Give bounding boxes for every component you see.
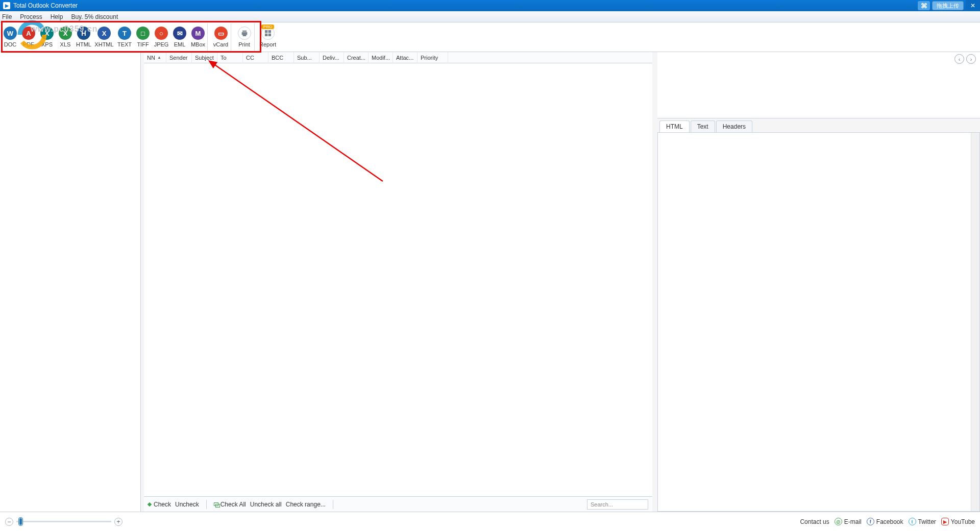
column-nn[interactable]: NN▲ xyxy=(144,52,166,63)
mbox-icon: M xyxy=(191,27,205,40)
column-sender[interactable]: Sender xyxy=(166,52,192,63)
vcard-icon: ▭ xyxy=(214,27,228,40)
toolbar-jpeg-button[interactable]: ○JPEG xyxy=(152,23,170,51)
toolbar-label: vCard xyxy=(213,41,228,47)
toolbar-print-button[interactable]: Print xyxy=(231,23,254,51)
toolbar-label: TEXT xyxy=(117,41,132,47)
zoom-slider[interactable] xyxy=(16,521,111,522)
column-modif[interactable]: Modif... xyxy=(369,52,393,63)
pdf-icon: A xyxy=(22,27,35,40)
toolbar-label: XPS xyxy=(41,41,53,47)
splitter-right[interactable] xyxy=(652,52,657,512)
preview-pane: ‹ › HTML Text Headers xyxy=(657,52,980,512)
xps-icon: X xyxy=(40,27,54,40)
column-attac[interactable]: Attac... xyxy=(393,52,418,63)
column-creat[interactable]: Creat... xyxy=(344,52,369,63)
preview-content[interactable] xyxy=(657,133,980,512)
zoom-control: − + xyxy=(5,518,122,526)
toolbar: WDOCAPDFXXPSXXLSHHTMLXXHTMLTTEXT□TIFF○JP… xyxy=(0,22,980,52)
facebook-link[interactable]: fFacebook xyxy=(867,518,903,525)
xls-icon: X xyxy=(59,27,72,40)
close-icon[interactable]: ✕ xyxy=(966,0,980,11)
check-all-button[interactable]: Check All xyxy=(214,501,246,508)
column-subject[interactable]: Subject xyxy=(192,52,217,63)
toolbar-html-button[interactable]: HHTML xyxy=(75,23,93,51)
toolbar-xhtml-button[interactable]: XXHTML xyxy=(93,23,115,51)
toolbar-xps-button[interactable]: XXPS xyxy=(38,23,56,51)
toolbar-label: MBox xyxy=(191,41,205,47)
check-range-button[interactable]: Check range... xyxy=(286,501,326,508)
toolbar-vcard-button[interactable]: ▭vCard xyxy=(207,23,231,51)
preview-header: ‹ › xyxy=(657,52,980,118)
toolbar-label: JPEG xyxy=(154,41,169,47)
toolbar-doc-button[interactable]: WDOC xyxy=(1,23,19,51)
zoom-out-button[interactable]: − xyxy=(5,518,13,526)
print-icon xyxy=(238,27,251,40)
toolbar-tiff-button[interactable]: □TIFF xyxy=(134,23,152,51)
contact-label: Contact us xyxy=(800,518,829,525)
tab-headers[interactable]: Headers xyxy=(716,120,752,132)
pro-badge: PRO xyxy=(261,25,274,29)
next-button[interactable]: › xyxy=(966,54,976,64)
toolbar-eml-button[interactable]: ✉EML xyxy=(170,23,189,51)
window-title: Total Outlook Converter xyxy=(13,2,78,9)
list-footer: Check Uncheck Check All Uncheck all Chec… xyxy=(144,496,652,512)
svg-rect-4 xyxy=(265,34,267,36)
toolbar-pdf-button[interactable]: APDF xyxy=(19,23,38,51)
email-link[interactable]: @E-mail xyxy=(835,518,862,525)
check-button[interactable]: Check xyxy=(148,501,171,508)
main-area: NN▲SenderSubjectToCCBCCSub...Deliv...Cre… xyxy=(0,52,980,512)
tab-text[interactable]: Text xyxy=(691,120,715,132)
message-list-pane: NN▲SenderSubjectToCCBCCSub...Deliv...Cre… xyxy=(144,52,652,512)
uncheck-all-button[interactable]: Uncheck all xyxy=(250,501,282,508)
toolbar-label: Report xyxy=(259,41,276,47)
column-bcc[interactable]: BCC xyxy=(268,52,294,63)
sort-asc-icon: ▲ xyxy=(157,55,161,60)
column-cc[interactable]: CC xyxy=(243,52,268,63)
xhtml-icon: X xyxy=(97,27,111,40)
divider xyxy=(333,500,333,509)
column-sub[interactable]: Sub... xyxy=(294,52,320,63)
folder-tree-pane[interactable] xyxy=(0,52,141,512)
column-to[interactable]: To xyxy=(217,52,243,63)
eml-icon: ✉ xyxy=(173,27,186,40)
toolbar-label: EML xyxy=(174,41,186,47)
tiff-icon: □ xyxy=(136,27,150,40)
toolbar-label: Print xyxy=(238,41,250,47)
statusbar: − + Contact us @E-mail fFacebook tTwitte… xyxy=(0,512,980,531)
menu-process[interactable]: Process xyxy=(20,13,42,20)
column-headers: NN▲SenderSubjectToCCBCCSub...Deliv...Cre… xyxy=(144,52,652,63)
menubar: File Process Help Buy. 5% discount xyxy=(0,11,980,22)
html-icon: H xyxy=(77,27,90,40)
titlebar: ▶ Total Outlook Converter ⌘ 拖拽上传 ✕ xyxy=(0,0,980,11)
toolbar-label: HTML xyxy=(76,41,91,47)
prev-button[interactable]: ‹ xyxy=(954,54,964,64)
toolbar-mbox-button[interactable]: MMBox xyxy=(189,23,207,51)
doc-icon: W xyxy=(4,27,17,40)
menu-file[interactable]: File xyxy=(2,13,12,20)
cloud-icon[interactable]: ⌘ xyxy=(918,1,930,10)
column-priority[interactable]: Priority xyxy=(418,52,448,63)
divider xyxy=(206,500,207,509)
svg-rect-5 xyxy=(268,34,271,36)
twitter-link[interactable]: tTwitter xyxy=(909,518,936,525)
toolbar-label: PDF xyxy=(23,41,34,47)
uncheck-button[interactable]: Uncheck xyxy=(175,501,199,508)
toolbar-text-button[interactable]: TTEXT xyxy=(115,23,134,51)
toolbar-label: DOC xyxy=(4,41,16,47)
scrollbar[interactable] xyxy=(971,133,979,511)
menu-help[interactable]: Help xyxy=(51,13,63,20)
zoom-in-button[interactable]: + xyxy=(114,518,122,526)
svg-rect-2 xyxy=(265,30,267,33)
jpeg-icon: ○ xyxy=(155,27,168,40)
toolbar-label: TIFF xyxy=(137,41,149,47)
toolbar-xls-button[interactable]: XXLS xyxy=(56,23,75,51)
toolbar-report-button[interactable]: PROReport xyxy=(254,23,278,51)
message-list[interactable] xyxy=(144,63,652,496)
column-deliv[interactable]: Deliv... xyxy=(320,52,344,63)
tab-html[interactable]: HTML xyxy=(659,120,690,132)
search-input[interactable]: Search... xyxy=(587,499,648,510)
youtube-link[interactable]: ▶YouTube xyxy=(941,518,975,525)
menu-buy[interactable]: Buy. 5% discount xyxy=(71,13,118,20)
upload-button[interactable]: 拖拽上传 xyxy=(932,1,964,10)
